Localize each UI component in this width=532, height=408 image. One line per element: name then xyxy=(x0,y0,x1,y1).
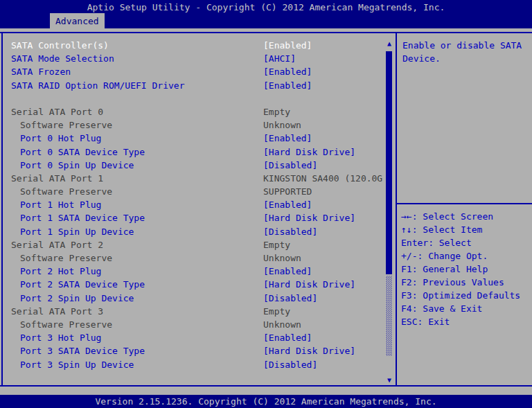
menu-item-value: Unknown xyxy=(263,251,301,265)
legend-item: F1: General Help xyxy=(401,263,531,276)
menu-row: Software PreserveUnknown xyxy=(11,251,384,265)
menu-item-value: KINGSTON SA400 (120.0G xyxy=(263,172,382,185)
menu-item-label: Serial ATA Port 1 xyxy=(11,172,103,185)
bios-setup-screen: Aptio Setup Utility - Copyright (C) 2012… xyxy=(0,0,532,408)
scrollbar[interactable]: ▲ ▼ xyxy=(384,35,394,385)
help-legend-separator xyxy=(397,203,532,204)
menu-item-label: Port 2 Spin Up Device xyxy=(11,292,134,305)
menu-item-value: [Hard Disk Drive] xyxy=(263,145,355,159)
menu-item-label: Port 2 SATA Device Type xyxy=(11,278,145,291)
menu-row[interactable]: SATA Mode Selection[AHCI] xyxy=(11,52,384,65)
menu-item-label: Serial ATA Port 3 xyxy=(11,305,103,318)
menu-item-label: Port 3 Spin Up Device xyxy=(11,358,134,371)
menu-row[interactable]: Port 2 SATA Device Type[Hard Disk Drive] xyxy=(11,278,384,291)
menu-row: Serial ATA Port 2Empty xyxy=(11,238,384,251)
menu-item-value: SUPPORTED xyxy=(263,185,312,198)
menu-item-value: [AHCI] xyxy=(263,52,296,65)
menu-row[interactable]: Port 0 Hot Plug[Enabled] xyxy=(11,132,384,145)
legend-item: F4: Save & Exit xyxy=(401,302,531,315)
menu-item-label: Port 0 SATA Device Type xyxy=(11,145,145,159)
menu-row[interactable]: Port 2 Hot Plug[Enabled] xyxy=(11,265,384,278)
menu-row: Software PreserveUnknown xyxy=(11,118,384,132)
menu-row: Serial ATA Port 3Empty xyxy=(11,305,384,318)
legend-item: F2: Previous Values xyxy=(401,276,531,289)
menu-item-label: Serial ATA Port 2 xyxy=(11,238,103,251)
legend-item: F3: Optimized Defaults xyxy=(401,289,531,302)
menu-item-value: [Enabled] xyxy=(263,331,312,344)
legend-item: ESC: Exit xyxy=(401,315,531,328)
menu-item-value: Empty xyxy=(263,305,290,318)
menu-row: Software PreserveUnknown xyxy=(11,318,384,331)
content-top-border xyxy=(0,32,532,33)
scrollbar-track[interactable] xyxy=(386,276,392,356)
menu-item-label: Software Preserve xyxy=(11,318,112,331)
menu-row[interactable]: SATA Controller(s)[Enabled] xyxy=(11,39,384,52)
menu-row[interactable]: Port 0 Spin Up Device[Disabled] xyxy=(11,159,384,172)
menu-row[interactable]: SATA Frozen[Enabled] xyxy=(11,65,384,78)
scroll-up-icon[interactable]: ▲ xyxy=(384,40,394,47)
menu-item-label: Serial ATA Port 0 xyxy=(11,105,103,118)
menu-item-value: [Enabled] xyxy=(263,265,312,278)
menu-item-value: [Disabled] xyxy=(263,225,317,238)
menu-row: Software PreserveSUPPORTED xyxy=(11,185,384,198)
scroll-down-icon[interactable]: ▼ xyxy=(384,377,394,384)
menu-item-label: Port 1 Spin Up Device xyxy=(11,225,134,238)
menu-item-value: Empty xyxy=(263,105,290,118)
menu-item-value: [Disabled] xyxy=(263,159,317,172)
menu-item-label: Port 3 SATA Device Type xyxy=(11,344,145,357)
scrollbar-thumb[interactable] xyxy=(386,51,392,274)
help-text: Enable or disable SATA Device. xyxy=(402,39,529,65)
menu-row[interactable]: Port 2 Spin Up Device[Disabled] xyxy=(11,292,384,305)
menu-list: SATA Controller(s)[Enabled]SATA Mode Sel… xyxy=(11,39,384,371)
menu-item-value: [Enabled] xyxy=(263,39,312,52)
menu-item-label: SATA Mode Selection xyxy=(11,52,114,65)
menu-row[interactable]: Port 3 Hot Plug[Enabled] xyxy=(11,331,384,344)
content-bottom-border xyxy=(0,385,532,387)
menu-item-value: Unknown xyxy=(263,118,301,132)
menu-item-value: Unknown xyxy=(263,318,301,331)
menu-row[interactable]: Port 0 SATA Device Type[Hard Disk Drive] xyxy=(11,145,384,159)
menu-item-label: Port 3 Hot Plug xyxy=(11,331,101,344)
legend-item: →←: Select Screen xyxy=(401,210,531,223)
menu-item-label: Port 0 Hot Plug xyxy=(11,132,101,145)
menu-row: Serial ATA Port 1KINGSTON SA400 (120.0G xyxy=(11,172,384,185)
menu-item-label: SATA RAID Option ROM/UEFI Driver xyxy=(11,79,184,92)
menu-item-label: Port 1 SATA Device Type xyxy=(11,211,145,224)
menu-item-label: Port 0 Spin Up Device xyxy=(11,159,134,172)
menu-item-label: Software Preserve xyxy=(11,118,112,132)
menu-item-label: SATA Controller(s) xyxy=(11,39,109,52)
legend-item: ↑↓: Select Item xyxy=(401,223,531,236)
menu-row[interactable]: Port 1 Hot Plug[Enabled] xyxy=(11,198,384,211)
menu-item-value: [Disabled] xyxy=(263,292,317,305)
menu-row[interactable]: Port 3 Spin Up Device[Disabled] xyxy=(11,358,384,371)
legend-item: +/-: Change Opt. xyxy=(401,249,531,263)
menu-item-value: [Enabled] xyxy=(263,132,312,145)
menu-item-label: Software Preserve xyxy=(11,185,112,198)
menu-item-value: [Hard Disk Drive] xyxy=(263,278,355,291)
menu-item-value: [Enabled] xyxy=(263,79,312,92)
menu-item-value: [Enabled] xyxy=(263,65,312,78)
menu-item-label: SATA Frozen xyxy=(11,65,71,78)
tab-advanced[interactable]: Advanced xyxy=(50,13,105,28)
menu-spacer xyxy=(11,92,384,105)
version-bar: Version 2.15.1236. Copyright (C) 2012 Am… xyxy=(0,395,532,408)
menu-row[interactable]: Port 1 SATA Device Type[Hard Disk Drive] xyxy=(11,211,384,224)
panel-divider xyxy=(396,33,397,385)
menu-item-label: Port 2 Hot Plug xyxy=(11,265,101,278)
menu-item-value: [Enabled] xyxy=(263,198,312,211)
menu-row: Serial ATA Port 0Empty xyxy=(11,105,384,118)
app-title: Aptio Setup Utility - Copyright (C) 2012… xyxy=(0,1,532,14)
menu-row[interactable]: SATA RAID Option ROM/UEFI Driver[Enabled… xyxy=(11,79,384,92)
legend-item: Enter: Select xyxy=(401,236,531,249)
menu-item-label: Software Preserve xyxy=(11,251,112,265)
menu-item-value: [Hard Disk Drive] xyxy=(263,344,355,357)
menu-item-value: Empty xyxy=(263,238,290,251)
menu-row[interactable]: Port 1 Spin Up Device[Disabled] xyxy=(11,225,384,238)
menu-item-value: [Hard Disk Drive] xyxy=(263,211,355,224)
menu-item-label: Port 1 Hot Plug xyxy=(11,198,101,211)
menu-item-value: [Disabled] xyxy=(263,358,317,371)
menu-row[interactable]: Port 3 SATA Device Type[Hard Disk Drive] xyxy=(11,344,384,357)
key-legend: →←: Select Screen↑↓: Select ItemEnter: S… xyxy=(401,210,531,328)
content-left-border xyxy=(1,33,3,385)
